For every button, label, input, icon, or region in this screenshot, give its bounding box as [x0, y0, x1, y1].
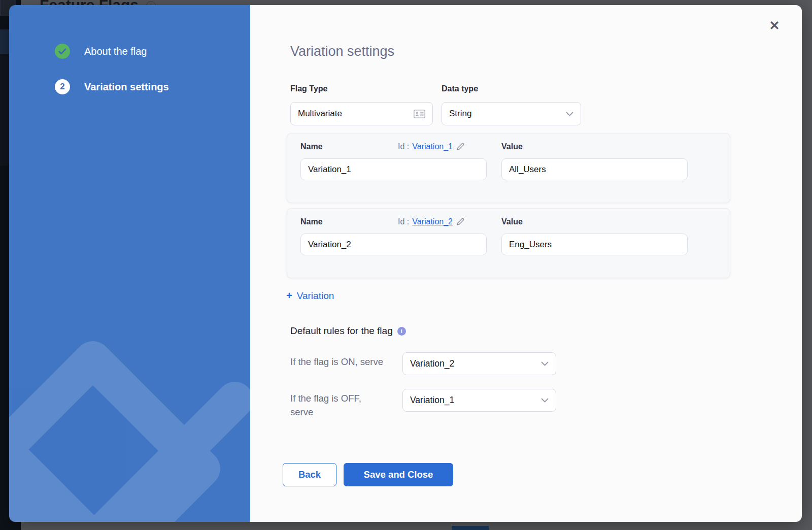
add-variation-button[interactable]: + Variation: [286, 290, 334, 302]
data-type-label: Data type: [442, 84, 478, 93]
step-label: About the flag: [84, 46, 147, 57]
info-icon[interactable]: i: [397, 327, 406, 336]
default-rules-heading: Default rules for the flag i: [290, 325, 406, 337]
variation-id-row: Id : Variation_1: [398, 142, 465, 151]
rule-on-select[interactable]: Variation_2: [402, 352, 556, 375]
data-type-value: String: [449, 109, 471, 119]
edit-id-button[interactable]: [456, 142, 465, 151]
panel-title: Variation settings: [290, 44, 394, 59]
rule-on-label: If the flag is ON, serve: [290, 355, 407, 369]
step-label: Variation settings: [84, 81, 169, 93]
feature-flags-logo-watermark: [9, 324, 250, 522]
save-and-close-button[interactable]: Save and Close: [344, 463, 453, 486]
plus-icon: +: [286, 290, 292, 302]
step-about-the-flag[interactable]: About the flag: [55, 44, 169, 59]
name-label: Name: [300, 142, 323, 151]
variation-id-link[interactable]: Variation_2: [412, 217, 453, 226]
edit-id-button[interactable]: [456, 217, 465, 226]
value-label: Value: [501, 217, 523, 226]
close-icon[interactable]: ✕: [767, 18, 782, 32]
rule-off-label: If the flag is OFF, serve: [290, 391, 382, 419]
default-rules-heading-text: Default rules for the flag: [290, 325, 393, 337]
wizard-sidebar: About the flag 2 Variation settings: [9, 5, 250, 522]
background-bottom-button: [452, 526, 489, 530]
flag-wizard-modal: About the flag 2 Variation settings ✕ Va…: [9, 5, 802, 522]
chevron-down-icon: [541, 398, 549, 403]
screen: Feature Flags i About the flag 2 Variati…: [0, 0, 812, 530]
multivariate-card-icon: [414, 110, 425, 118]
variation-value-input[interactable]: [501, 234, 688, 255]
variation-value-input[interactable]: [501, 158, 688, 180]
pencil-icon: [456, 142, 465, 151]
variation-name-input[interactable]: [300, 234, 487, 255]
id-prefix: Id :: [398, 217, 409, 226]
chevron-down-icon: [541, 361, 549, 366]
flag-type-field[interactable]: Multivariate: [290, 102, 433, 125]
id-prefix: Id :: [398, 142, 409, 151]
rule-on-value: Variation_2: [410, 358, 454, 369]
data-type-select[interactable]: String: [442, 102, 581, 125]
wizard-steps: About the flag 2 Variation settings: [55, 44, 169, 115]
flag-type-label: Flag Type: [290, 84, 328, 93]
variation-card-2: Name Id : Variation_2 Value: [287, 208, 730, 278]
variation-id-row: Id : Variation_2: [398, 217, 465, 226]
flag-type-value: Multivariate: [298, 109, 342, 119]
variation-card-1: Name Id : Variation_1 Value: [287, 133, 730, 203]
add-variation-label: Variation: [297, 290, 334, 302]
rule-off-value: Variation_1: [410, 395, 454, 406]
check-icon: [58, 48, 66, 55]
step-number-badge: 2: [55, 79, 70, 94]
step-variation-settings[interactable]: 2 Variation settings: [55, 79, 169, 94]
pencil-icon: [456, 217, 465, 226]
name-label: Name: [300, 217, 323, 226]
variation-name-input[interactable]: [300, 158, 487, 180]
value-label: Value: [501, 142, 523, 151]
back-button[interactable]: Back: [283, 463, 336, 486]
variation-id-link[interactable]: Variation_1: [412, 142, 453, 151]
step-complete-badge: [55, 44, 70, 59]
variation-settings-panel: ✕ Variation settings Flag Type Data type…: [250, 5, 802, 522]
chevron-down-icon: [566, 112, 573, 116]
rule-off-select[interactable]: Variation_1: [402, 389, 556, 412]
